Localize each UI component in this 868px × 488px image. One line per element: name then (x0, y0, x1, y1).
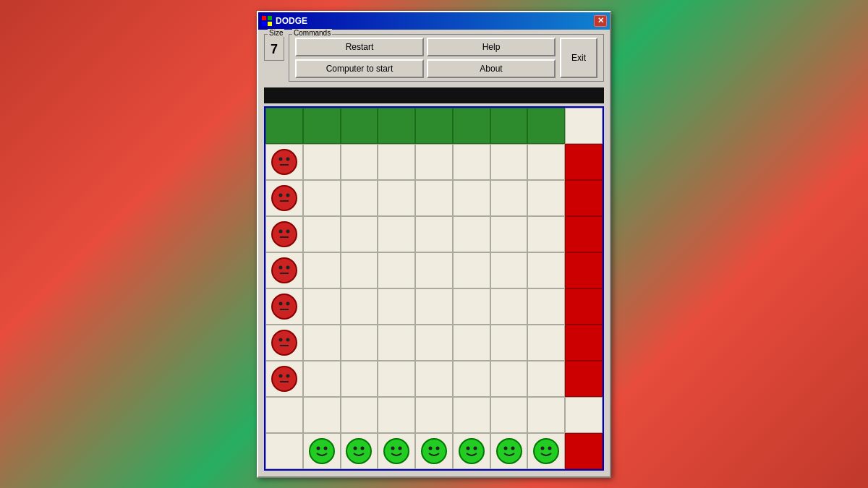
cell (341, 433, 378, 469)
cell (527, 252, 565, 288)
svg-point-41 (422, 439, 446, 463)
cell (490, 361, 528, 397)
restart-button[interactable]: Restart (295, 38, 424, 56)
cell (341, 361, 378, 397)
cell (341, 252, 378, 288)
cell (415, 397, 453, 433)
cell (303, 252, 341, 288)
cell (453, 325, 490, 361)
game-board-container (264, 106, 604, 471)
game-board (265, 108, 603, 469)
svg-point-14 (286, 229, 289, 233)
cell (303, 144, 341, 180)
cell (453, 108, 490, 144)
cell (341, 180, 378, 216)
cell (527, 397, 565, 433)
status-bar (264, 87, 604, 103)
cell (415, 252, 453, 288)
computer-to-start-button[interactable]: Computer to start (295, 59, 424, 78)
svg-point-5 (278, 157, 282, 160)
svg-point-4 (272, 150, 297, 174)
cell (415, 144, 453, 180)
cell (341, 108, 378, 144)
cell (527, 180, 565, 216)
cell (565, 361, 603, 397)
svg-point-36 (354, 446, 357, 450)
cell (453, 433, 490, 469)
help-button[interactable]: Help (427, 38, 556, 56)
cell (378, 144, 415, 180)
cell (565, 397, 603, 433)
cell (265, 252, 303, 288)
cell (565, 144, 603, 180)
cell (265, 144, 303, 180)
cell (265, 361, 303, 397)
cell (453, 144, 490, 180)
cell (378, 397, 415, 433)
cell (453, 397, 490, 433)
close-button[interactable]: ✕ (594, 15, 607, 27)
size-value: 7 (271, 42, 278, 57)
svg-point-46 (473, 446, 477, 450)
cell (303, 216, 341, 252)
cell (378, 252, 415, 288)
cell (341, 216, 378, 252)
svg-rect-0 (262, 16, 266, 20)
svg-point-22 (286, 301, 289, 305)
cell (527, 433, 565, 469)
svg-point-25 (278, 338, 282, 341)
svg-rect-2 (262, 22, 266, 26)
cell (303, 433, 341, 469)
cell (565, 252, 603, 288)
svg-point-6 (286, 157, 289, 160)
svg-point-17 (278, 265, 282, 269)
cell (378, 108, 415, 144)
commands-inner: Restart Help Computer to start About Exi… (295, 38, 597, 78)
cell (565, 433, 603, 469)
svg-point-24 (272, 330, 297, 355)
cell (565, 325, 603, 361)
about-button[interactable]: About (427, 59, 556, 78)
cell (265, 288, 303, 325)
cell (490, 252, 528, 288)
svg-point-50 (534, 439, 558, 463)
cell (378, 216, 415, 252)
cell (378, 361, 415, 397)
svg-point-13 (278, 229, 282, 233)
cell (265, 108, 303, 144)
cell (490, 433, 528, 469)
exit-button[interactable]: Exit (560, 38, 597, 78)
svg-point-48 (503, 446, 507, 450)
svg-point-21 (278, 301, 282, 305)
commands-group: Commands Restart Help Computer to start … (289, 34, 604, 82)
svg-point-35 (346, 439, 371, 463)
svg-point-32 (310, 439, 334, 463)
svg-rect-3 (268, 22, 272, 26)
window-title: DODGE (276, 16, 307, 26)
cell (527, 108, 565, 144)
svg-point-34 (323, 446, 327, 450)
cell (415, 433, 453, 469)
svg-point-30 (286, 374, 289, 377)
svg-point-47 (497, 439, 522, 463)
cell (265, 180, 303, 216)
cell (341, 144, 378, 180)
cell (378, 288, 415, 325)
cell (415, 180, 453, 216)
cell (565, 180, 603, 216)
cell (565, 216, 603, 252)
cell (490, 144, 528, 180)
cell (453, 252, 490, 288)
cell (303, 108, 341, 144)
svg-point-42 (428, 446, 432, 450)
commands-buttons: Restart Help Computer to start About (295, 38, 556, 78)
cell (415, 216, 453, 252)
svg-point-40 (399, 446, 402, 450)
svg-point-49 (511, 446, 514, 450)
cell (265, 325, 303, 361)
cell (265, 433, 303, 469)
svg-point-45 (466, 446, 469, 450)
svg-point-18 (286, 265, 289, 269)
cell (415, 108, 453, 144)
main-window: DODGE ✕ Size 7 Commands Restart Help Com… (257, 11, 611, 478)
